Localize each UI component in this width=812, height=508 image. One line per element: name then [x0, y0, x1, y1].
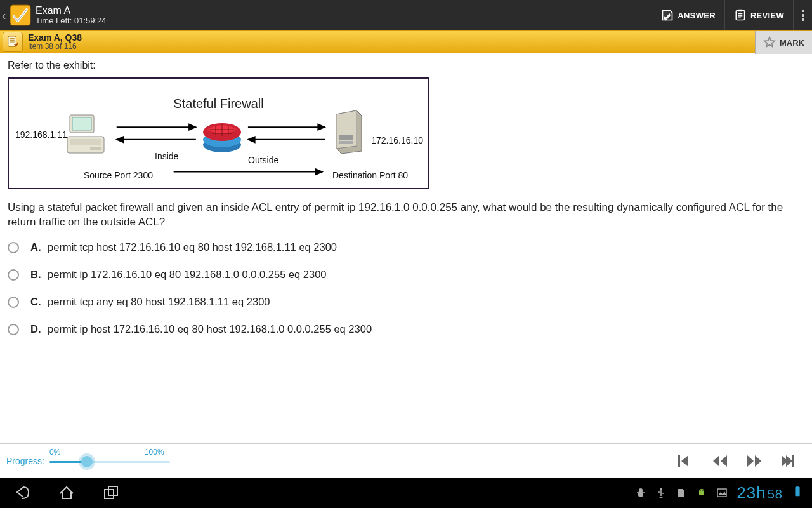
usb-icon — [655, 487, 667, 498]
bottom-bar: Progress: 0% 100% — [0, 443, 812, 478]
question-bar: Exam A, Q38 Item 38 of 116 MARK — [0, 30, 812, 53]
pc-icon — [66, 114, 108, 157]
slider-thumb[interactable] — [81, 456, 93, 467]
radio-icon — [8, 242, 19, 253]
system-clock: 23h58 — [737, 483, 783, 503]
svg-rect-29 — [339, 141, 353, 144]
recents-icon — [102, 485, 120, 501]
mark-button[interactable]: MARK — [755, 31, 812, 54]
radio-icon — [8, 324, 19, 335]
progress-0pct: 0% — [49, 448, 60, 457]
svg-rect-18 — [70, 139, 102, 145]
sys-back-button[interactable] — [0, 478, 44, 508]
option-text: permit ip 172.16.16.10 eq 80 192.168.1.0… — [48, 269, 326, 280]
review-label: REVIEW — [750, 11, 784, 20]
svg-rect-0 — [10, 5, 30, 25]
overflow-icon — [802, 10, 804, 21]
svg-rect-30 — [678, 455, 680, 467]
radio-icon — [8, 297, 19, 308]
svg-rect-31 — [792, 455, 794, 467]
answer-button[interactable]: ANSWER — [652, 0, 724, 30]
svg-rect-2 — [738, 10, 743, 11]
option-c[interactable]: C. permit tcp any eq 80 host 192.168.1.1… — [8, 296, 804, 308]
question-bar-subtitle: Item 38 of 116 — [28, 43, 82, 51]
option-a[interactable]: A. permit tcp host 172.16.16.10 eq 80 ho… — [8, 241, 804, 253]
skip-last-icon — [780, 454, 797, 468]
sys-recents-button[interactable] — [89, 478, 133, 508]
appbar-subtitle: Time Left: 01:59:24 — [36, 17, 107, 25]
first-button[interactable] — [669, 448, 703, 474]
question-bar-title: Exam A, Q38 — [28, 33, 82, 43]
app-logo-icon[interactable] — [8, 3, 33, 28]
svg-point-39 — [703, 490, 704, 491]
review-icon — [734, 9, 747, 22]
progress-label: Progress: — [6, 456, 44, 466]
answer-label: ANSWER — [678, 11, 716, 20]
exhibit-image: Stateful Firewall 192.168.1.11 172.16.16… — [8, 77, 429, 189]
last-button[interactable] — [771, 448, 806, 474]
question-text: Using a stateful packet firewall and giv… — [8, 201, 804, 230]
skip-first-icon — [677, 454, 695, 468]
question-icon — [3, 32, 23, 52]
firewall-icon — [200, 114, 244, 155]
progress-100pct: 100% — [145, 448, 164, 457]
option-text: permit tcp any eq 80 host 192.168.1.11 e… — [48, 296, 270, 307]
system-tray[interactable]: 23h58 — [635, 483, 812, 503]
svg-rect-1 — [736, 11, 744, 20]
android-debug-icon — [635, 487, 646, 498]
overflow-menu-button[interactable] — [793, 0, 812, 30]
svg-rect-16 — [72, 117, 91, 130]
appbar-title: Exam A — [36, 5, 107, 17]
sd-card-icon — [676, 487, 687, 498]
progress-slider[interactable]: 0% 100% — [49, 451, 170, 471]
svg-rect-41 — [795, 487, 799, 496]
app-bar: ‹ Exam A Time Left: 01:59:24 ANSWER REVI… — [0, 0, 812, 30]
svg-rect-35 — [638, 491, 643, 497]
option-letter: C. — [30, 296, 41, 307]
sys-home-button[interactable] — [44, 478, 89, 508]
prompt-intro: Refer to the exhibit: — [8, 60, 804, 71]
answer-icon — [661, 9, 674, 22]
option-text: permit ip host 172.16.16.10 eq 80 host 1… — [48, 323, 372, 335]
option-list: A. permit tcp host 172.16.16.10 eq 80 ho… — [8, 241, 804, 335]
svg-rect-28 — [339, 135, 353, 140]
star-icon — [763, 36, 776, 49]
prev-icon — [711, 454, 729, 468]
system-bar: 23h58 — [0, 478, 812, 508]
option-text: permit tcp host 172.16.16.10 eq 80 host … — [48, 241, 337, 253]
option-letter: A. — [30, 241, 41, 253]
review-button[interactable]: REVIEW — [724, 0, 793, 30]
svg-rect-42 — [796, 486, 799, 487]
next-button[interactable] — [737, 448, 771, 474]
picture-icon — [716, 487, 728, 498]
svg-point-38 — [700, 490, 702, 491]
back-icon — [13, 485, 31, 501]
home-icon — [58, 485, 75, 501]
back-button[interactable]: ‹ — [0, 8, 8, 23]
option-b[interactable]: B. permit ip 172.16.16.10 eq 80 192.168.… — [8, 269, 804, 281]
mark-label: MARK — [780, 38, 804, 48]
svg-rect-19 — [90, 147, 102, 150]
option-letter: D. — [30, 323, 41, 335]
option-d[interactable]: D. permit ip host 172.16.16.10 eq 80 hos… — [8, 323, 804, 335]
battery-icon — [792, 486, 803, 500]
server-icon — [334, 109, 364, 155]
next-icon — [745, 454, 763, 468]
option-letter: B. — [30, 269, 41, 280]
android-icon — [696, 487, 707, 498]
radio-icon — [8, 269, 19, 281]
prev-button[interactable] — [703, 448, 737, 474]
question-content: Refer to the exhibit: Stateful Firewall … — [0, 53, 812, 443]
